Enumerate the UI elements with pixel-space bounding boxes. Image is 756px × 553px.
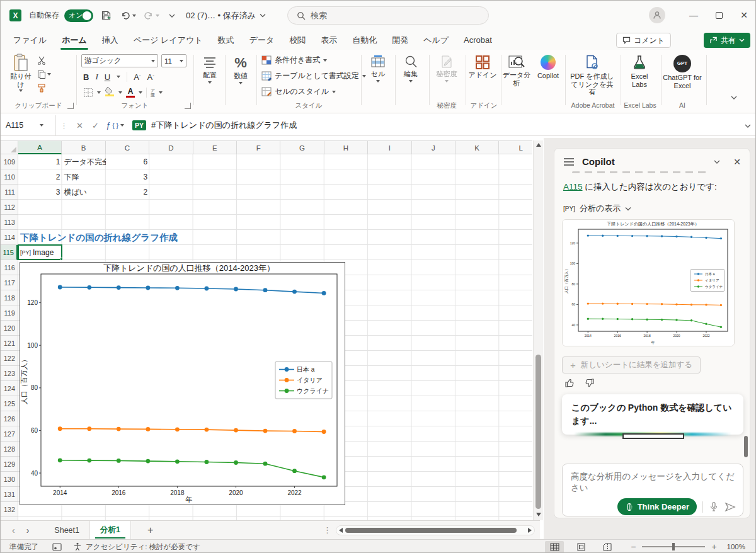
ribbon-tab[interactable]: ホーム — [54, 30, 94, 50]
cells-button[interactable]: セル — [365, 55, 391, 83]
grid-cell[interactable]: 3 — [18, 185, 62, 200]
row-header[interactable]: 115 — [1, 245, 18, 260]
thumb-up-icon[interactable] — [564, 378, 575, 388]
analysis-toggle[interactable]: [PY] 分析の表示 — [563, 203, 631, 214]
ribbon-tab[interactable]: 数式 — [210, 30, 242, 50]
row-header[interactable]: 113 — [1, 215, 18, 230]
sheet-tab[interactable]: Sheet1 — [44, 521, 90, 539]
add-to-sheet-button[interactable]: + 新しいシートに結果を追加する — [562, 356, 701, 373]
row-header[interactable]: 122 — [1, 351, 18, 366]
column-header[interactable]: F — [237, 141, 280, 154]
pane-close-icon[interactable]: ✕ — [733, 157, 741, 167]
page-layout-view-button[interactable] — [571, 541, 590, 553]
chatgpt-button[interactable]: GPT ChatGPT for Excel — [662, 55, 702, 89]
grid-cell[interactable]: 1 — [18, 154, 62, 169]
row-header[interactable]: 110 — [1, 169, 18, 185]
editing-button[interactable]: 編集 — [398, 55, 424, 83]
column-header[interactable]: J — [412, 141, 455, 154]
row-header[interactable]: 117 — [1, 275, 18, 290]
ribbon-tab[interactable]: データ — [242, 30, 282, 50]
zoom-in-button[interactable]: + — [711, 542, 716, 552]
macro-record-icon[interactable] — [52, 543, 62, 551]
heading-cell[interactable]: 下降トレンドの国の折れ線グラフ作成 — [20, 230, 178, 245]
sheet-tab[interactable]: 分析1 — [90, 521, 131, 539]
row-header[interactable]: 118 — [1, 290, 18, 305]
insert-function-icon[interactable]: ƒ{ } — [103, 121, 127, 130]
excel-labs-button[interactable]: Excel Labs — [623, 55, 656, 88]
acrobat-pdf-button[interactable]: PDF を作成してリンクを共有 — [568, 55, 617, 96]
italic-button[interactable]: I — [95, 71, 98, 83]
share-button[interactable]: 共有 — [704, 33, 750, 48]
bold-button[interactable]: B — [83, 71, 89, 83]
row-header[interactable]: 127 — [1, 426, 18, 442]
row-header[interactable]: 126 — [1, 411, 18, 426]
cell-reference-link[interactable]: A115 — [563, 182, 583, 191]
grid-cell[interactable]: 2 — [106, 185, 149, 200]
hscroll-left-arrow[interactable] — [339, 528, 343, 533]
ribbon-tab[interactable]: 挿入 — [94, 30, 126, 50]
send-icon[interactable] — [724, 502, 736, 512]
scroll-up-arrow[interactable] — [536, 143, 541, 147]
copy-button[interactable] — [37, 70, 51, 79]
ribbon-tab[interactable]: Acrobat — [456, 30, 500, 50]
row-header[interactable]: 131 — [1, 487, 18, 502]
grid-cell[interactable]: 下降 — [62, 169, 105, 185]
page-break-view-button[interactable] — [598, 541, 617, 553]
formula-input[interactable]: #下降トレンドの国の折れ線グラフ作成 — [151, 120, 297, 131]
fill-color-button[interactable] — [105, 86, 115, 98]
formula-bar-expand-icon[interactable] — [744, 123, 752, 128]
column-header[interactable]: G — [280, 141, 324, 154]
grid-cell[interactable]: 3 — [106, 169, 149, 185]
new-sheet-button[interactable]: + — [147, 525, 153, 536]
ribbon-tab[interactable]: ファイル — [6, 30, 54, 50]
row-header[interactable]: 125 — [1, 396, 18, 411]
quick-access-chevron-icon[interactable] — [168, 13, 176, 18]
comments-button[interactable]: コメント — [616, 33, 671, 48]
borders-icon[interactable] — [83, 88, 93, 98]
row-header[interactable]: 132 — [1, 502, 18, 517]
column-header[interactable]: H — [324, 141, 368, 154]
row-header[interactable]: 121 — [1, 336, 18, 351]
row-header[interactable]: 120 — [1, 321, 18, 336]
ribbon-collapse-chevron-icon[interactable] — [730, 95, 738, 100]
number-format-button[interactable]: % 数値 — [227, 55, 254, 84]
underline-button[interactable]: U — [105, 71, 110, 83]
pane-collapse-chevron-icon[interactable] — [713, 159, 721, 164]
scroll-down-arrow[interactable] — [536, 513, 541, 516]
zoom-out-button[interactable]: − — [631, 542, 636, 552]
select-all-corner[interactable] — [1, 140, 18, 154]
column-header[interactable]: B — [62, 141, 105, 154]
row-header[interactable]: 123 — [1, 366, 18, 381]
undo-button[interactable] — [120, 11, 136, 21]
ribbon-tab[interactable]: ヘルプ — [416, 30, 456, 50]
row-header[interactable]: 130 — [1, 472, 18, 487]
format-as-table-button[interactable]: テーブルとして書式設定 — [261, 71, 366, 81]
cancel-icon[interactable]: ✕ — [72, 121, 88, 130]
column-header[interactable]: A — [18, 141, 62, 154]
format-painter-button[interactable] — [37, 84, 46, 93]
paste-button[interactable]: 貼り付け — [7, 54, 35, 92]
column-header[interactable]: D — [149, 141, 193, 154]
ribbon-tab[interactable]: ページ レイアウト — [126, 30, 210, 50]
sheet-nav-left-icon[interactable]: ‹ — [12, 525, 15, 535]
alignment-button[interactable]: 配置 — [196, 56, 224, 84]
normal-view-button[interactable] — [545, 541, 564, 553]
zoom-level[interactable]: 100% — [727, 543, 745, 550]
row-header[interactable]: 129 — [1, 457, 18, 472]
zoom-slider-thumb[interactable] — [672, 543, 675, 550]
enter-icon[interactable]: ✓ — [88, 121, 103, 130]
addins-button[interactable]: アドイン — [468, 55, 497, 79]
accessibility-icon[interactable] — [73, 542, 82, 551]
ribbon-tab[interactable]: 開発 — [384, 30, 416, 50]
row-header[interactable]: 124 — [1, 381, 18, 396]
grid-cell[interactable]: 横ばい — [62, 185, 105, 200]
column-header[interactable]: E — [193, 141, 237, 154]
font-name-select[interactable]: 游ゴシック — [81, 54, 158, 67]
font-dialog-launcher[interactable] — [185, 103, 191, 109]
decrease-font-button[interactable]: Aˇ — [147, 71, 154, 83]
copilot-input-card[interactable]: Think Deeper — [562, 464, 743, 516]
copilot-button[interactable]: Copilot — [534, 55, 563, 80]
grid-cell[interactable]: 6 — [106, 154, 149, 169]
close-button[interactable]: ✕ — [731, 4, 756, 26]
cut-button[interactable] — [37, 56, 46, 65]
